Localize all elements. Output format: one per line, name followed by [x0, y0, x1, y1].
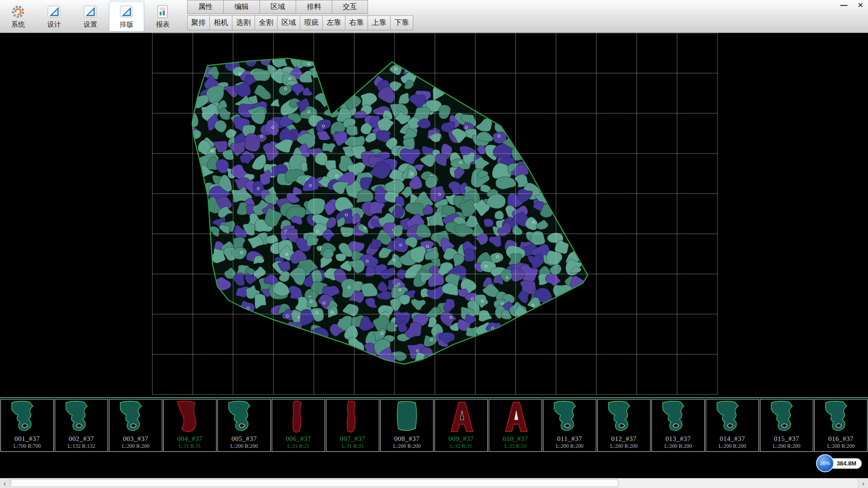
- toolbar-button-design[interactable]: 设计: [37, 1, 72, 32]
- status-bar: 38% 384.8M: [0, 453, 868, 478]
- piece-name: 016_#37: [828, 435, 854, 442]
- piece-name: 005_#37: [231, 435, 257, 442]
- toolbar-button-system[interactable]: 系统: [0, 1, 36, 32]
- tool-button-cut-all[interactable]: 全割: [255, 15, 278, 30]
- piece-thumbnail[interactable]: 010_#37L:33 R:33: [489, 399, 542, 452]
- toolbar-button-label: 排版: [120, 20, 133, 29]
- piece-thumbnail[interactable]: 016_#37L:200 R:200: [814, 399, 868, 452]
- piece-thumbnail[interactable]: 002_#37L:132 R:132: [55, 399, 108, 452]
- toolbar-button-settings[interactable]: 设置: [73, 1, 108, 32]
- scroll-right-button[interactable]: ›: [858, 479, 868, 488]
- piece-counts: L:31 R:31: [341, 443, 363, 449]
- piece-shape: [818, 400, 863, 435]
- piece-thumbnail[interactable]: 008_#37L:200 R:200: [380, 399, 434, 452]
- toolbar-button-layout[interactable]: 排版: [109, 1, 144, 32]
- tool-button-camera[interactable]: 相机: [210, 15, 232, 30]
- tool-button-region-tool[interactable]: 区域: [278, 15, 300, 30]
- tool-button-snap-left[interactable]: 左靠: [323, 15, 345, 30]
- piece-counts: L:200 R:200: [610, 443, 637, 449]
- piece-shape: [167, 400, 212, 435]
- menu-tab-edit[interactable]: 编辑: [223, 0, 259, 14]
- app-window: 系统设计设置排版报表 属性编辑区域排料交互 聚排相机选割全割区域瑕疵左靠右靠上靠…: [0, 0, 868, 488]
- piece-name: 004_#37: [177, 435, 203, 442]
- report-icon: [156, 4, 170, 19]
- piece-counts: L:200 R:200: [122, 443, 149, 449]
- toolbar-button-label: 报表: [156, 20, 170, 29]
- tool-button-defect[interactable]: 瑕疵: [300, 15, 323, 30]
- piece-shape: [5, 400, 50, 435]
- tool-button-cluster-nest[interactable]: 聚排: [187, 15, 210, 30]
- piece-name: 012_#37: [611, 435, 637, 442]
- close-button[interactable]: ✕: [858, 1, 863, 10]
- piece-thumbnail[interactable]: 012_#37L:200 R:200: [597, 399, 651, 452]
- piece-counts: L:31 R:31: [179, 443, 201, 449]
- horizontal-scrollbar[interactable]: ‹ ›: [0, 478, 868, 488]
- menu-tab-interact[interactable]: 交互: [332, 0, 368, 14]
- nesting-canvas[interactable]: [0, 33, 868, 397]
- window-controls: — ✕: [840, 1, 863, 10]
- piece-shape: [222, 400, 267, 435]
- piece-shape: [493, 400, 538, 435]
- piece-name: 006_#37: [286, 435, 311, 442]
- piece-thumbnail[interactable]: 015_#37L:200 R:200: [760, 399, 813, 452]
- ruler-icon: [47, 4, 61, 19]
- toolbar-button-report[interactable]: 报表: [145, 1, 180, 32]
- piece-shape: [656, 400, 701, 435]
- piece-thumbnail[interactable]: 011_#37L:200 R:200: [543, 399, 596, 452]
- tool-button-snap-right[interactable]: 右靠: [345, 15, 368, 30]
- tool-button-select-cut[interactable]: 选割: [232, 15, 255, 30]
- piece-shape: [276, 400, 321, 435]
- scroll-left-button[interactable]: ‹: [0, 479, 10, 488]
- minimize-button[interactable]: —: [840, 1, 848, 10]
- piece-name: 009_#37: [448, 435, 474, 442]
- piece-thumbnail[interactable]: 014_#37L:200 R:200: [706, 399, 759, 452]
- pieces-panel: 001_#37L:700 R:700002_#37L:132 R:132003_…: [0, 397, 868, 453]
- piece-thumbnail[interactable]: 013_#37L:200 R:200: [651, 399, 705, 452]
- piece-name: 002_#37: [69, 435, 94, 442]
- piece-name: 013_#37: [665, 435, 691, 442]
- piece-name: 011_#37: [557, 435, 582, 442]
- nesting-canvas-svg: [0, 33, 868, 397]
- piece-thumbnail[interactable]: 004_#37L:31 R:31: [163, 399, 217, 452]
- menu-tab-properties[interactable]: 属性: [187, 0, 223, 14]
- toolbar-button-label: 设计: [47, 20, 61, 29]
- piece-counts: L:200 R:200: [393, 443, 420, 449]
- ruler-icon: [119, 4, 134, 19]
- piece-counts: L:200 R:200: [664, 443, 692, 449]
- piece-shape: [59, 400, 104, 435]
- piece-thumbnail[interactable]: 009_#37L:32 R:31: [434, 399, 488, 452]
- piece-counts: L:33 R:33: [504, 443, 526, 449]
- progress-badge: 38% 384.8M: [816, 454, 862, 472]
- piece-name: 003_#37: [123, 435, 148, 442]
- tool-button-bar: 聚排相机选割全割区域瑕疵左靠右靠上靠下靠: [187, 14, 413, 31]
- piece-name: 008_#37: [394, 435, 420, 442]
- piece-shape: [439, 400, 484, 435]
- piece-name: 015_#37: [774, 435, 799, 442]
- piece-thumbnail[interactable]: 001_#37L:700 R:700: [0, 399, 54, 452]
- tool-button-snap-down[interactable]: 下靠: [391, 15, 413, 30]
- piece-counts: L:200 R:200: [556, 443, 583, 449]
- ribbon: 系统设计设置排版报表 属性编辑区域排料交互 聚排相机选割全割区域瑕疵左靠右靠上靠…: [0, 0, 868, 33]
- piece-shape: [113, 400, 158, 435]
- menu-area: 属性编辑区域排料交互 聚排相机选割全割区域瑕疵左靠右靠上靠下靠: [187, 0, 413, 33]
- piece-shape: [384, 400, 429, 435]
- ruler-icon: [83, 4, 98, 19]
- piece-thumbnail[interactable]: 003_#37L:200 R:200: [109, 399, 162, 452]
- piece-name: 014_#37: [720, 435, 745, 442]
- toolbar-button-label: 设置: [84, 20, 97, 29]
- piece-thumbnail[interactable]: 006_#37L:21 R:21: [272, 399, 325, 452]
- piece-counts: L:132 R:132: [67, 443, 95, 449]
- piece-shape: [330, 400, 375, 435]
- menu-tab-nesting[interactable]: 排料: [296, 0, 332, 14]
- piece-name: 007_#37: [340, 435, 365, 442]
- piece-shape: [547, 400, 592, 435]
- tool-button-snap-up[interactable]: 上靠: [368, 15, 391, 30]
- scrollbar-thumb[interactable]: [11, 479, 618, 487]
- piece-thumbnail[interactable]: 005_#37L:200 R:200: [217, 399, 271, 452]
- piece-shape: [764, 400, 809, 435]
- piece-thumbnail[interactable]: 007_#37L:31 R:31: [326, 399, 379, 452]
- main-toolbar: 系统设计设置排版报表: [0, 0, 181, 33]
- piece-counts: L:200 R:200: [827, 443, 854, 449]
- piece-counts: L:700 R:700: [13, 443, 41, 449]
- menu-tab-region[interactable]: 区域: [259, 0, 296, 14]
